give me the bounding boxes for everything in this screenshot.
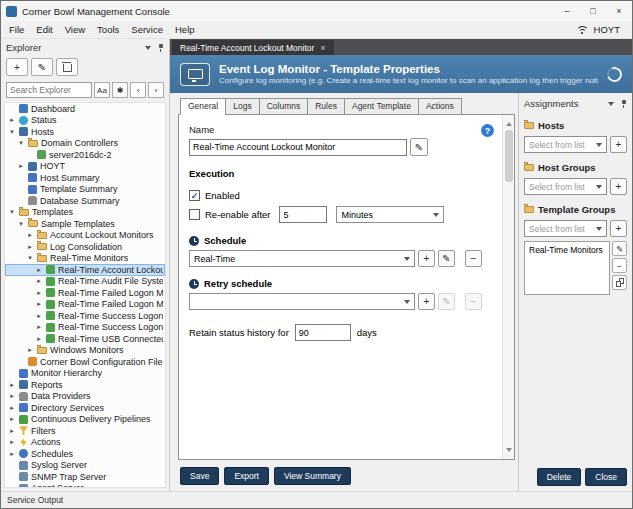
menu-view[interactable]: View <box>59 24 91 35</box>
expander-icon[interactable]: ▸ <box>35 289 43 297</box>
close-button[interactable]: Close <box>585 468 627 486</box>
reenable-value-input[interactable] <box>279 206 327 223</box>
tree-item-actions[interactable]: ▸Actions <box>5 437 165 449</box>
tree-item-syslog-server[interactable]: Syslog Server <box>5 460 165 472</box>
tree-item-templates[interactable]: ▾Templates <box>5 207 165 219</box>
rename-button[interactable]: ✎ <box>410 138 428 156</box>
expander-icon[interactable]: ▸ <box>26 346 34 354</box>
template-groups-copy-button[interactable] <box>612 275 627 290</box>
close-button[interactable]: × <box>606 1 632 21</box>
scroll-down-icon[interactable] <box>506 448 512 455</box>
tree-item-account-lockout-monitors[interactable]: ▸Account Lockout Monitors <box>5 230 165 242</box>
view-summary-button[interactable]: View Summary <box>274 467 351 485</box>
chevron-down-icon[interactable] <box>145 46 151 53</box>
template-groups-edit-button[interactable]: ✎ <box>612 241 627 256</box>
template-groups-item[interactable]: Real-Time Monitors <box>525 243 609 257</box>
name-input[interactable] <box>189 139 407 156</box>
minimize-button[interactable]: – <box>554 1 580 21</box>
add-retry-schedule-button[interactable]: + <box>418 293 435 310</box>
tree-item-real-time-failed-logon-monitor[interactable]: ▸Real-Time Failed Logon Monitor <box>5 287 165 299</box>
expander-icon[interactable]: ▸ <box>8 415 16 423</box>
tree-item-schedules[interactable]: ▸Schedules <box>5 448 165 460</box>
tree-item-domain-controllers[interactable]: ▾Domain Controllers <box>5 138 165 150</box>
retain-history-input[interactable] <box>295 324 351 341</box>
tree-item-template-summary[interactable]: Template Summary <box>5 184 165 196</box>
maximize-button[interactable]: □ <box>580 1 606 21</box>
tree-item-hosts[interactable]: ▾Hosts <box>5 126 165 138</box>
delete-button[interactable] <box>56 58 78 76</box>
template-groups-remove-button[interactable]: − <box>612 258 627 273</box>
expander-icon[interactable]: ▸ <box>35 335 43 343</box>
menu-file[interactable]: File <box>3 24 30 35</box>
expander-icon[interactable]: ▸ <box>8 404 16 412</box>
form-scrollbar[interactable] <box>502 115 514 459</box>
expander-icon[interactable]: ▸ <box>8 116 16 124</box>
tree-item-reports[interactable]: ▸Reports <box>5 379 165 391</box>
expander-icon[interactable]: ▸ <box>35 300 43 308</box>
tab-rules[interactable]: Rules <box>307 98 344 115</box>
host-groups-select[interactable]: Select from list <box>524 178 607 195</box>
template-groups-add-button[interactable]: + <box>610 220 627 237</box>
expander-icon[interactable]: ▸ <box>17 162 25 170</box>
tree-item-agent-server[interactable]: Agent Server <box>5 483 165 489</box>
find-next-button[interactable]: › <box>148 82 164 98</box>
menu-service[interactable]: Service <box>125 24 169 35</box>
expander-icon[interactable]: ▸ <box>35 266 43 274</box>
tab-columns[interactable]: Columns <box>259 98 308 115</box>
document-tab[interactable]: Real-Time Account Lockout Monitor × <box>172 40 334 55</box>
remove-schedule-button[interactable]: − <box>465 250 482 267</box>
tree-item-corner-bowl-configuration-file-backup[interactable]: Corner Bowl Configuration File Backup <box>5 356 165 368</box>
expander-icon[interactable]: ▸ <box>8 392 16 400</box>
scroll-up-icon[interactable] <box>506 119 512 126</box>
add-button[interactable]: + <box>6 58 28 76</box>
tab-logs[interactable]: Logs <box>225 98 258 115</box>
tree-item-continuous-delivery-pipelines[interactable]: ▸Continuous Delivery Pipelines <box>5 414 165 426</box>
template-groups-list[interactable]: Real-Time Monitors <box>524 241 610 295</box>
pin-icon[interactable] <box>156 43 164 52</box>
reenable-unit-select[interactable]: Minutes <box>336 206 444 223</box>
tree-item-real-time-audit-file-system[interactable]: ▸Real-Time Audit File System <box>5 276 165 288</box>
template-groups-select[interactable]: Select from list <box>524 220 607 237</box>
tree-item-data-providers[interactable]: ▸Data Providers <box>5 391 165 403</box>
save-button[interactable]: Save <box>180 467 219 485</box>
tree-item-status[interactable]: ▸Status <box>5 115 165 127</box>
add-schedule-button[interactable]: + <box>418 250 435 267</box>
chevron-down-icon[interactable] <box>608 102 614 109</box>
find-previous-button[interactable]: ‹ <box>130 82 146 98</box>
tree-item-host-summary[interactable]: Host Summary <box>5 172 165 184</box>
scrollbar-thumb[interactable] <box>505 130 513 182</box>
menu-tools[interactable]: Tools <box>91 24 125 35</box>
tab-general[interactable]: General <box>180 98 225 115</box>
search-input[interactable] <box>6 82 92 98</box>
expander-icon[interactable]: ▾ <box>8 128 16 136</box>
expander-icon[interactable]: ▾ <box>17 139 25 147</box>
expander-icon[interactable]: ▸ <box>8 381 16 389</box>
edit-schedule-button[interactable]: ✎ <box>438 250 455 267</box>
tree-item-monitor-hierarchy[interactable]: Monitor Hierarchy <box>5 368 165 380</box>
tree-item-server2016dc-2[interactable]: server2016dc-2 <box>5 149 165 161</box>
menu-edit[interactable]: Edit <box>30 24 58 35</box>
expander-icon[interactable]: ▸ <box>8 450 16 458</box>
expander-icon[interactable]: ▸ <box>35 312 43 320</box>
pin-icon[interactable] <box>619 99 627 108</box>
expander-icon[interactable]: ▾ <box>17 220 25 228</box>
tab-agent-template[interactable]: Agent Template <box>344 98 418 115</box>
edit-button[interactable]: ✎ <box>31 58 53 76</box>
host-groups-add-button[interactable]: + <box>610 178 627 195</box>
help-icon[interactable]: ? <box>481 124 494 137</box>
hosts-add-button[interactable]: + <box>610 136 627 153</box>
tree-item-hoyt[interactable]: ▸HOYT <box>5 161 165 173</box>
expander-icon[interactable]: ▸ <box>26 243 34 251</box>
expander-icon[interactable]: ▾ <box>8 208 16 216</box>
tree-item-real-time-success-logon-monitor-v[interactable]: ▸Real-Time Success Logon Monitor v <box>5 322 165 334</box>
tree-item-snmp-trap-server[interactable]: SNMP Trap Server <box>5 471 165 483</box>
expander-icon[interactable]: ▸ <box>26 231 34 239</box>
tree-item-real-time-usb-connected-disconn[interactable]: ▸Real-Time USB Connected/Disconn <box>5 333 165 345</box>
reenable-checkbox[interactable] <box>189 209 200 220</box>
wildcard-button[interactable]: ✱ <box>112 82 128 98</box>
tree-item-sample-templates[interactable]: ▾Sample Templates <box>5 218 165 230</box>
menu-help[interactable]: Help <box>169 24 201 35</box>
retry-schedule-select[interactable] <box>189 293 415 310</box>
tree-item-real-time-monitors[interactable]: ▾Real-Time Monitors <box>5 253 165 265</box>
tree-item-filters[interactable]: ▸Filters <box>5 425 165 437</box>
